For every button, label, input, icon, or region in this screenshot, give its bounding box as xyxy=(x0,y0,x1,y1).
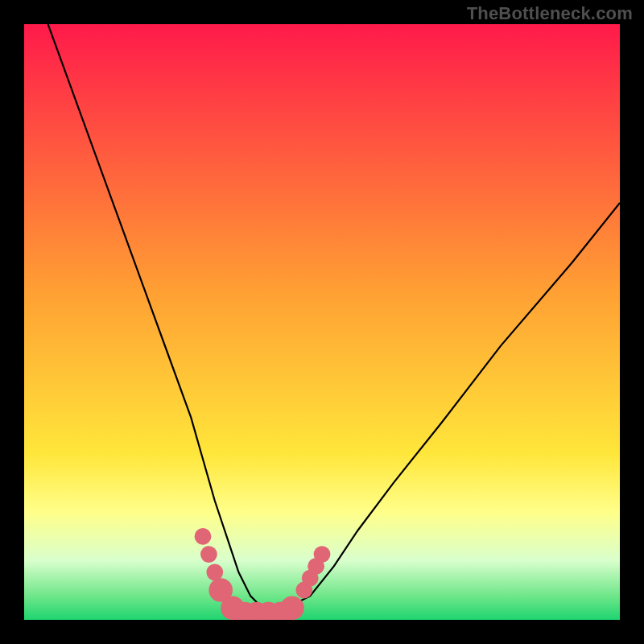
bottleneck-chart xyxy=(0,0,644,644)
highlight-node xyxy=(314,546,331,563)
watermark-text: TheBottleneck.com xyxy=(467,3,633,24)
highlight-node xyxy=(195,528,212,545)
plot-background xyxy=(24,24,620,620)
highlight-node xyxy=(206,564,223,580)
highlight-node xyxy=(200,546,217,563)
chart-frame: TheBottleneck.com xyxy=(0,0,644,644)
highlight-node xyxy=(280,596,304,620)
